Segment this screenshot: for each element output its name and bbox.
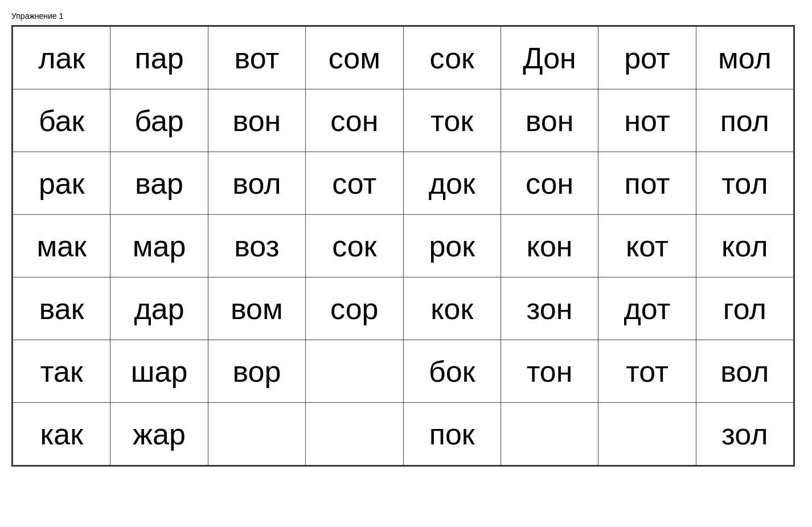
table-cell: сон <box>306 89 403 152</box>
table-cell: вом <box>208 277 305 340</box>
table-cell: рот <box>598 27 696 89</box>
table-cell: кот <box>598 215 696 277</box>
table-cell <box>501 403 598 465</box>
table-cell: бок <box>403 340 501 403</box>
table-cell: бар <box>110 89 208 152</box>
table-cell: мол <box>696 27 793 89</box>
table-cell: сот <box>306 152 403 215</box>
table-cell: лак <box>13 27 110 89</box>
table-cell: док <box>403 152 501 215</box>
table-row: бакбарвонсонтоквоннотпол <box>13 89 794 152</box>
table-cell: вол <box>696 340 793 403</box>
table-cell: так <box>13 340 110 403</box>
table-cell: мак <box>13 215 110 277</box>
table-cell: вар <box>110 152 208 215</box>
table-cell: дот <box>598 277 696 340</box>
table-row: вакдарвомсоркокзондотгол <box>13 277 794 340</box>
table-cell: сом <box>306 27 403 89</box>
table-cell: кол <box>696 215 793 277</box>
word-table-container: лакпарвотсомсокДонротмолбакбарвонсонтокв… <box>11 25 795 467</box>
table-cell <box>306 340 403 403</box>
table-cell <box>598 403 696 465</box>
table-cell: пок <box>403 403 501 465</box>
table-cell: жар <box>110 403 208 465</box>
table-cell: вак <box>13 277 110 340</box>
table-cell: мар <box>110 215 208 277</box>
table-cell: пол <box>696 89 793 152</box>
table-cell <box>306 403 403 465</box>
table-cell: пар <box>110 27 208 89</box>
page-title: Упражнение 1 <box>11 11 801 21</box>
table-cell: сор <box>306 277 403 340</box>
table-row: ракварволсотдоксонпоттол <box>13 152 794 215</box>
table-cell: Дон <box>501 27 598 89</box>
table-cell: зон <box>501 277 598 340</box>
table-cell: рок <box>403 215 501 277</box>
table-cell: зол <box>696 403 793 465</box>
table-cell: тот <box>598 340 696 403</box>
table-cell: вон <box>501 89 598 152</box>
table-cell: рак <box>13 152 110 215</box>
word-table: лакпарвотсомсокДонротмолбакбарвонсонтокв… <box>13 26 794 465</box>
table-cell: как <box>13 403 110 465</box>
table-cell: тон <box>501 340 598 403</box>
table-row: такшарворбоктонтотвол <box>13 340 794 403</box>
table-cell: дар <box>110 277 208 340</box>
table-cell: пот <box>598 152 696 215</box>
table-cell: шар <box>110 340 208 403</box>
table-row: макмарвозсокрокконкоткол <box>13 215 794 277</box>
table-row: лакпарвотсомсокДонротмол <box>13 27 794 89</box>
table-cell: вон <box>208 89 305 152</box>
table-cell: сон <box>501 152 598 215</box>
table-cell: кон <box>501 215 598 277</box>
table-cell: воз <box>208 215 305 277</box>
table-cell: вор <box>208 340 305 403</box>
table-cell: сок <box>306 215 403 277</box>
table-cell: вот <box>208 27 305 89</box>
table-cell: нот <box>598 89 696 152</box>
table-cell: бак <box>13 89 110 152</box>
table-row: какжарпокзол <box>13 403 794 465</box>
table-cell: сок <box>403 27 501 89</box>
table-cell: кок <box>403 277 501 340</box>
table-cell: ток <box>403 89 501 152</box>
table-cell: вол <box>208 152 305 215</box>
table-cell: гол <box>696 277 793 340</box>
table-cell <box>208 403 305 465</box>
table-cell: тол <box>696 152 793 215</box>
